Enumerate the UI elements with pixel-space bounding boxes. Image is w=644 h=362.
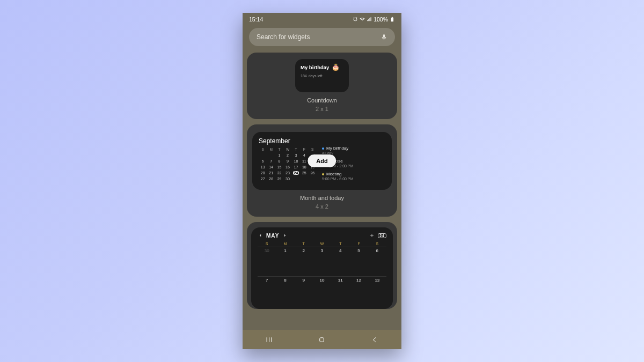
- phone-frame: 15:14 100% Search for widgets My birthda…: [243, 13, 401, 349]
- recents-button[interactable]: [265, 336, 273, 344]
- add-button[interactable]: Add: [307, 154, 336, 168]
- back-button[interactable]: [371, 336, 379, 344]
- countdown-number: 184: [301, 74, 307, 78]
- chevron-left-icon[interactable]: [258, 233, 263, 238]
- countdown-unit: days left: [309, 74, 323, 78]
- search-placeholder: Search for widgets: [257, 33, 310, 41]
- status-bar: 15:14 100%: [243, 13, 401, 25]
- widget-card-month-today[interactable]: September SMTWTFS12345678910111213141516…: [247, 124, 397, 217]
- battery-icon: [390, 17, 395, 22]
- plus-icon[interactable]: [369, 233, 375, 238]
- month-widget-preview: MAY 24 SMTWTFS3012345678910111213: [251, 227, 393, 309]
- alarm-icon: [353, 17, 358, 22]
- wifi-icon: [360, 17, 365, 22]
- battery-text: 100%: [374, 16, 388, 23]
- nav-bar: [243, 330, 401, 349]
- big-month-label: MAY: [266, 233, 279, 239]
- countdown-widget-preview: My birthday 🎂 184 days left: [295, 59, 349, 92]
- status-time: 15:14: [249, 16, 263, 23]
- cake-icon: 🎂: [332, 63, 340, 71]
- widget-card-countdown[interactable]: My birthday 🎂 184 days left Countdown 2 …: [247, 53, 397, 119]
- widget-name: Countdown: [252, 97, 392, 105]
- big-calendar-grid: SMTWTFS3012345678910111213: [258, 242, 386, 306]
- widget-size: 2 x 1: [252, 105, 392, 114]
- signal-icon: [367, 17, 372, 22]
- search-input[interactable]: Search for widgets: [249, 28, 395, 46]
- home-button[interactable]: [318, 336, 326, 344]
- widget-name: Month and today: [252, 194, 392, 203]
- today-icon[interactable]: 24: [378, 233, 386, 238]
- countdown-title: My birthday: [301, 64, 329, 70]
- chevron-right-icon[interactable]: [282, 233, 288, 238]
- month-today-widget-preview: September SMTWTFS12345678910111213141516…: [252, 132, 392, 190]
- svg-rect-0: [320, 337, 324, 342]
- mic-icon[interactable]: [380, 34, 387, 41]
- widget-card-month[interactable]: MAY 24 SMTWTFS3012345678910111213: [247, 222, 397, 309]
- widget-size: 4 x 2: [252, 203, 392, 211]
- month-label: September: [259, 137, 317, 145]
